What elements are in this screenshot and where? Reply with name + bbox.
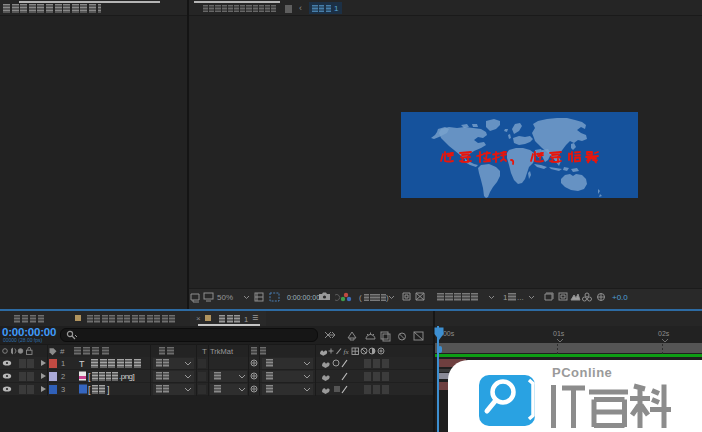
svg-text:0:00:00:00: 0:00:00:00 (287, 294, 320, 301)
svg-text:fx: fx (344, 348, 350, 356)
svg-text:+0.0: +0.0 (612, 293, 628, 302)
svg-text:50%: 50% (217, 293, 233, 302)
svg-text:T: T (202, 347, 207, 356)
svg-text:#: # (60, 347, 65, 356)
svg-text:TrkMat: TrkMat (210, 347, 234, 356)
